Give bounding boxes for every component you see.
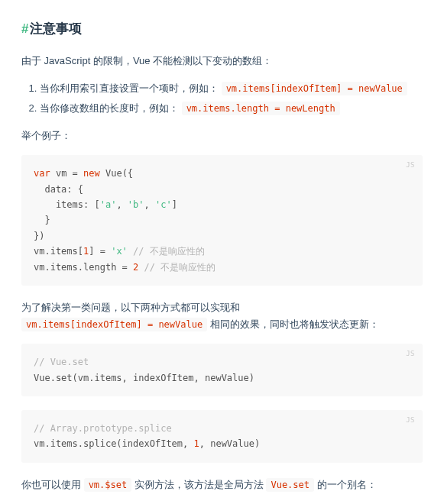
inline-code: Vue.set [266,478,314,492]
inline-code: vm.items[indexOfItem] = newValue [222,82,407,95]
code-token: // Vue.set [34,357,89,367]
heading-hash-icon[interactable]: # [21,21,28,36]
code-token: var [34,168,50,179]
lang-badge: JS [406,415,415,426]
code-token: vm.items.length = [34,262,133,273]
code-token: }) [34,231,44,241]
list-item-text: 当你利用索引直接设置一个项时，例如： [40,82,219,94]
list-item-text: 当你修改数组的长度时，例如： [40,102,179,114]
code-token: vm = [50,168,83,179]
code-token: } [34,215,50,225]
inline-code: vm.items[indexOfItem] = newValue [21,318,207,331]
heading-text: 注意事项 [30,21,82,36]
code-token: // 不是响应性的 [144,262,216,273]
code-token: Vue({ [100,168,133,179]
list-item: 当你利用索引直接设置一个项时，例如： vm.items[indexOfItem]… [40,80,423,97]
text: 的一个别名： [314,479,377,490]
inline-code: vm.$set [84,478,132,492]
code-token: data: { [34,184,83,195]
section-heading: #注意事项 [21,18,423,40]
code-token [138,262,144,273]
code-token: , [144,199,155,210]
code-token: vm.items[ [34,246,83,257]
code-block-splice: JS // Array.prototype.splice vm.items.sp… [21,410,423,463]
code-token: , [116,199,127,210]
solution-paragraph: 为了解决第一类问题，以下两种方式都可以实现和 vm.items[indexOfI… [21,299,423,333]
limitations-list: 当你利用索引直接设置一个项时，例如： vm.items[indexOfItem]… [21,80,423,117]
code-token: ] = [89,246,111,257]
intro-paragraph: 由于 JavaScript 的限制，Vue 不能检测以下变动的数组： [21,53,423,69]
inline-code: vm.items.length = newLength [182,102,340,115]
code-token: new [83,168,100,179]
code-token: 'c' [155,199,172,210]
code-block-vue-set: JS // Vue.set Vue.set(vm.items, indexOfI… [21,344,423,396]
code-token: 1 [194,438,199,449]
code-token: , newValue) [199,438,260,449]
lang-badge: JS [406,348,415,360]
code-token: // 不是响应性的 [133,246,205,257]
text: 实例方法，该方法是全局方法 [131,479,266,490]
lang-badge: JS [406,160,415,171]
code-token: // Array.prototype.splice [34,423,172,434]
code-token: items: [ [34,199,100,210]
list-item: 当你修改数组的长度时，例如： vm.items.length = newLeng… [40,100,423,117]
code-token [128,246,133,257]
code-block-example: JS var vm = new Vue({ data: { items: ['a… [21,155,423,286]
code-token: ] [172,199,177,210]
text: 你也可以使用 [21,479,84,490]
code-token: Vue.set(vm.items, indexOfItem, newValue) [34,373,254,383]
code-token: 'a' [100,199,117,210]
text: 为了解决第一类问题，以下两种方式都可以实现和 [21,302,240,313]
vm-set-paragraph: 你也可以使用 vm.$set 实例方法，该方法是全局方法 Vue.set 的一个… [21,477,423,493]
code-token: vm.items.splice(indexOfItem, [34,438,194,449]
example-intro: 举个例子： [21,128,423,144]
code-token: 'b' [128,199,144,210]
text: 相同的效果，同时也将触发状态更新： [207,318,379,330]
code-token: 'x' [111,246,128,257]
